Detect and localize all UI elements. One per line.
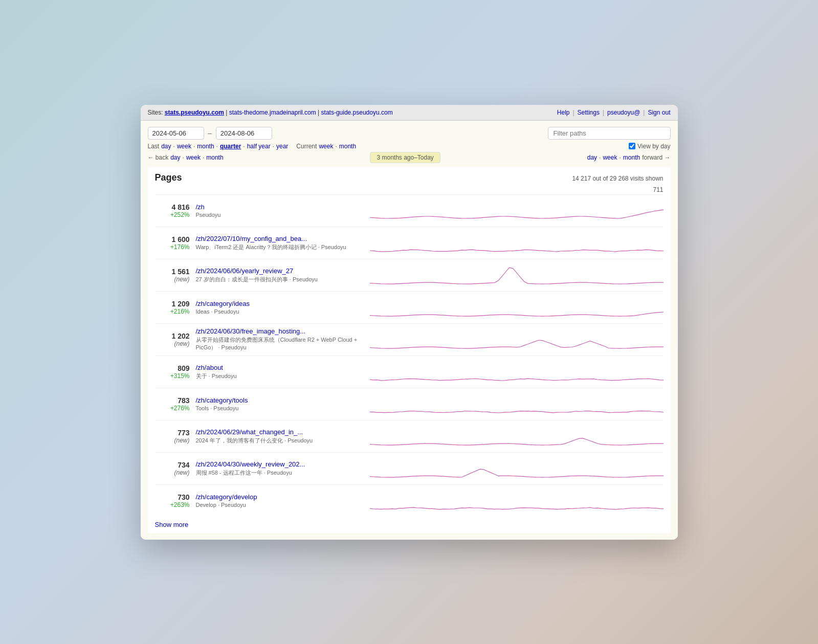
page-info-6: /zh/category/tools Tools · Pseudoyu [196,396,370,411]
page-path-link[interactable]: /zh/2024/06/06/yearly_review_27 [196,267,370,275]
table-row: 4 816 +252% /zh Pseudoyu [155,194,664,227]
svg-rect-9 [370,487,664,514]
svg-rect-2 [370,262,664,288]
left-nav: ← back day · week · month [148,154,224,161]
page-path-link[interactable]: /zh/2024/06/30/free_image_hosting... [196,327,370,335]
page-stat-3: 1 209 +216% [155,300,196,315]
page-path-link[interactable]: /zh/2024/04/30/weekly_review_202... [196,460,370,468]
forward-day[interactable]: day [587,154,597,161]
quick-week[interactable]: week [177,143,191,150]
visits-count: 773 [155,429,190,437]
page-subtitle: Pseudoyu [196,212,370,218]
svg-rect-7 [370,423,664,450]
page-path-link[interactable]: /zh [196,203,370,211]
page-path-link[interactable]: /zh/about [196,364,370,371]
page-subtitle: 从零开始搭建你的免费图床系统（Cloudflare R2 + WebP Clou… [196,336,370,351]
help-link[interactable]: Help [557,109,570,116]
page-subtitle: 周报 #58 - 远程工作这一年 · Pseudoyu [196,469,370,477]
top-bar: Sites: stats.pseudoyu.com | stats-thedom… [141,105,678,121]
forward-month[interactable]: month [623,154,640,161]
visits-change: +252% [155,211,190,218]
back-month[interactable]: month [206,154,223,161]
right-nav2: day · week · month forward → [587,154,671,161]
page-path-link[interactable]: /zh/category/ideas [196,300,370,307]
page-path-link[interactable]: /zh/category/tools [196,396,370,404]
page-subtitle: Warp、iTerm2 还是 Alacritty？我的终端折腾小记 · Pseu… [196,243,370,251]
settings-link[interactable]: Settings [578,109,600,116]
table-row: 1 561 (new) /zh/2024/06/06/yearly_review… [155,259,664,291]
pages-list: 4 816 +252% /zh Pseudoyu 1 600 +176% /zh… [155,194,664,517]
visits-change: (new) [155,276,190,283]
view-by-day-label: View by day [637,143,670,150]
page-stat-9: 730 +263% [155,493,196,508]
signout-link[interactable]: Sign out [648,109,670,116]
date-from-input[interactable] [148,127,204,140]
user-link[interactable]: pseudoyu@ [607,109,640,116]
site-link-2[interactable]: stats-guide.pseudoyu.com [321,109,393,116]
site-link-1[interactable]: stats-thedome.jmadeinapril.com [229,109,316,116]
current-week[interactable]: week [319,143,333,150]
last-label: Last [148,143,160,150]
sparkline-2 [370,262,664,288]
date-filter-row: – [148,127,671,140]
page-stat-1: 1 600 +176% [155,235,196,251]
page-info-2: /zh/2024/06/06/yearly_review_27 27 岁的自白：… [196,267,370,283]
quick-quarter[interactable]: quarter [220,143,241,150]
svg-rect-0 [370,197,664,224]
view-by-day-checkbox[interactable] [629,143,635,149]
table-row: 1 600 +176% /zh/2022/07/10/my_config_and… [155,227,664,259]
page-stat-2: 1 561 (new) [155,268,196,283]
page-stat-5: 809 +315% [155,364,196,380]
sparkline-4 [370,326,664,353]
show-more-link[interactable]: Show more [155,521,189,528]
page-subtitle: 关于 · Pseudoyu [196,372,370,380]
svg-rect-4 [370,326,664,353]
table-row: 783 +276% /zh/category/tools Tools · Pse… [155,388,664,420]
quick-halfyear[interactable]: half year [247,143,271,150]
back-day[interactable]: day [170,154,180,161]
quick-month[interactable]: month [197,143,214,150]
table-row: 1 209 +216% /zh/category/ideas Ideas · P… [155,291,664,323]
forward-week[interactable]: week [603,154,617,161]
current-month[interactable]: month [339,143,356,150]
browser-window: Sites: stats.pseudoyu.com | stats-thedom… [141,105,678,540]
visits-change: (new) [155,437,190,444]
table-row: 730 +263% /zh/category/develop Develop ·… [155,484,664,517]
svg-rect-1 [370,230,664,256]
quick-links-row: Last day · week · month · quarter · half… [148,143,671,150]
visits-count: 1 202 [155,332,190,340]
sparkline-7 [370,423,664,450]
filter-paths-input[interactable] [548,127,671,140]
page-path-link[interactable]: /zh/2022/07/10/my_config_and_bea... [196,235,370,242]
page-path-link[interactable]: /zh/category/develop [196,493,370,501]
visits-count: 809 [155,364,190,372]
page-stat-0: 4 816 +252% [155,203,196,218]
visits-count: 4 816 [155,203,190,211]
visits-change: +216% [155,308,190,315]
page-info-4: /zh/2024/06/30/free_image_hosting... 从零开… [196,327,370,351]
page-path-link[interactable]: /zh/2024/06/29/what_changed_in_... [196,428,370,436]
page-subtitle: Tools · Pseudoyu [196,405,370,411]
main-content: – Last day · week · month · quarter · ha… [141,121,678,540]
forward-arrow: forward → [642,154,670,161]
table-row: 773 (new) /zh/2024/06/29/what_changed_in… [155,420,664,452]
quick-day[interactable]: day [161,143,171,150]
visits-change: (new) [155,340,190,347]
sparkline-0 [370,197,664,224]
svg-rect-6 [370,391,664,417]
visits-change: +176% [155,243,190,251]
table-row: 809 +315% /zh/about 关于 · Pseudoyu [155,356,664,388]
site-link-0[interactable]: stats.pseudoyu.com [165,109,224,116]
period-badge: 3 months ago–Today [370,152,440,163]
sparkline-6 [370,391,664,417]
page-subtitle: Ideas · Pseudoyu [196,308,370,315]
page-info-1: /zh/2022/07/10/my_config_and_bea... Warp… [196,235,370,251]
quick-year[interactable]: year [276,143,288,150]
top-right-nav: Help | Settings | pseudoyu@ | Sign out [557,109,671,116]
visits-change: +315% [155,372,190,380]
date-to-input[interactable] [216,127,272,140]
back-week[interactable]: week [186,154,201,161]
svg-rect-8 [370,455,664,482]
page-subtitle: 27 岁的自白：成长是一件很扣兴的事 · Pseudoyu [196,276,370,283]
pages-section: Pages 14 217 out of 29 268 visits shown … [148,167,671,534]
